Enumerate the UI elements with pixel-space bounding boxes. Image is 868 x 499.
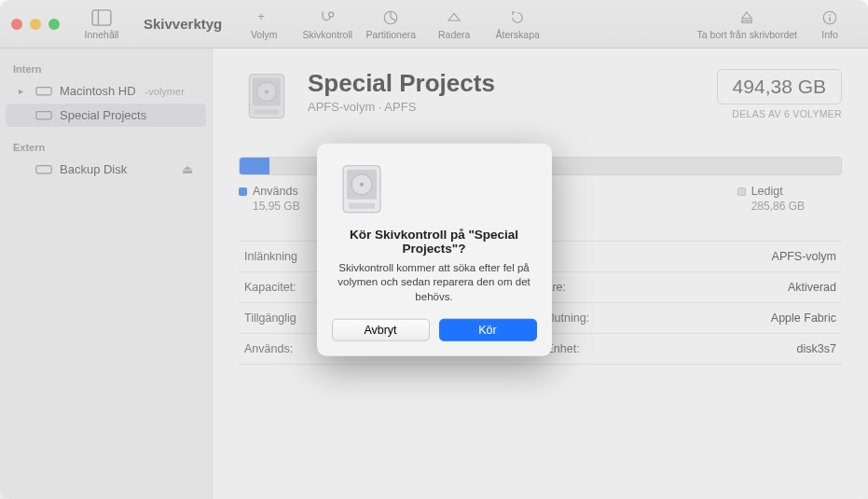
svg-point-15 <box>265 90 269 94</box>
sidebar-header-internal: Intern <box>0 58 212 78</box>
eject-icon <box>737 8 757 27</box>
detail-key: Kapacitet: <box>244 281 296 294</box>
svg-rect-11 <box>36 166 51 173</box>
stethoscope-icon <box>317 8 338 27</box>
info-label: Info <box>821 29 838 40</box>
detail-key: slutning: <box>546 312 590 325</box>
firstaid-button[interactable]: Skivkontroll <box>300 8 354 40</box>
chevron-right-icon: ▸ <box>19 86 28 96</box>
disk-utility-window: Innehåll Skivverktyg + Volym Skivkontrol… <box>0 0 868 499</box>
info-button[interactable]: Info <box>803 8 857 40</box>
sidebar-item-label: Special Projects <box>60 108 146 122</box>
partition-button[interactable]: Partitionera <box>364 8 418 40</box>
svg-rect-9 <box>36 88 51 95</box>
used-value: 15,95 GB <box>253 200 300 213</box>
svg-rect-16 <box>255 109 279 115</box>
info-icon <box>820 8 840 27</box>
close-icon[interactable] <box>11 19 22 30</box>
detail-key: Inlänkning <box>244 250 297 263</box>
volume-name: Special Projects <box>308 69 495 98</box>
sidebar-item-backup-disk[interactable]: Backup Disk ⏏ <box>6 158 206 181</box>
shared-label: DELAS AV 6 VOLYMER <box>717 108 842 119</box>
restore-icon <box>507 8 528 27</box>
minimize-icon[interactable] <box>30 19 41 30</box>
sidebar-toggle-label: Innehåll <box>85 29 119 40</box>
sidebar-toggle-button[interactable]: Innehåll <box>75 8 129 40</box>
detail-value: disk3s7 <box>797 342 836 355</box>
erase-label: Radera <box>438 29 470 40</box>
detail-key: Används: <box>244 342 293 355</box>
detail-value: Aktiverad <box>788 281 836 294</box>
svg-point-7 <box>829 14 831 16</box>
sidebar-header-external: Extern <box>0 136 212 157</box>
eject-icon[interactable]: ⏏ <box>182 162 193 176</box>
svg-rect-21 <box>349 202 375 208</box>
dialog-title: Kör Skivkontroll på "Special Projects"? <box>332 227 537 255</box>
dialog-body: Skivkontroll kommer att söka efter fel p… <box>332 260 537 304</box>
app-title: Skivverktyg <box>144 16 222 32</box>
zoom-icon[interactable] <box>48 19 60 30</box>
volume-subtitle: APFS-volym · APFS <box>308 100 495 114</box>
free-value: 285,86 GB <box>751 200 805 213</box>
detail-key: Tillgänglig <box>244 312 296 325</box>
used-swatch-icon <box>239 187 247 196</box>
disk-icon <box>332 159 537 219</box>
svg-rect-8 <box>829 17 831 21</box>
sidebar-item-macintosh-hd[interactable]: ▸ Macintosh HD-volymer <box>6 79 206 103</box>
svg-rect-5 <box>742 21 752 22</box>
unmount-label: Ta bort från skrivbordet <box>697 29 797 40</box>
window-controls <box>11 19 60 30</box>
sidebar-item-label: Macintosh HD <box>60 84 136 98</box>
sidebar-item-label: Backup Disk <box>60 162 127 176</box>
volume-icon <box>35 109 52 122</box>
restore-button[interactable]: Återskapa <box>490 8 544 40</box>
used-label: Används <box>253 185 298 198</box>
titlebar: Innehåll Skivverktyg + Volym Skivkontrol… <box>0 0 868 49</box>
volume-icon <box>35 85 52 98</box>
partition-label: Partitionera <box>365 29 416 40</box>
plus-minus-icon: + <box>254 8 274 27</box>
run-button[interactable]: Kör <box>439 319 537 341</box>
svg-rect-0 <box>92 9 111 24</box>
svg-point-3 <box>329 12 334 17</box>
disk-icon <box>239 69 295 125</box>
sidebar: Intern ▸ Macintosh HD-volymer Special Pr… <box>0 49 213 499</box>
free-swatch-icon <box>737 187 746 196</box>
cancel-button[interactable]: Avbryt <box>332 319 430 341</box>
capacity-box: 494,38 GB <box>717 69 842 104</box>
detail-value: Apple Fabric <box>771 312 836 325</box>
external-disk-icon <box>35 163 52 176</box>
volume-header: Special Projects APFS-volym · APFS 494,3… <box>239 69 842 125</box>
firstaid-label: Skivkontroll <box>302 29 352 40</box>
sidebar-item-special-projects[interactable]: Special Projects <box>6 104 206 127</box>
sidebar-item-suffix: -volymer <box>145 86 185 97</box>
free-label: Ledigt <box>751 185 783 198</box>
erase-icon <box>444 8 464 27</box>
restore-label: Återskapa <box>496 29 540 40</box>
detail-value: APFS-volym <box>772 250 836 263</box>
svg-text:+: + <box>258 9 266 23</box>
sidebar-icon <box>91 8 112 27</box>
svg-rect-10 <box>36 112 51 119</box>
firstaid-dialog: Kör Skivkontroll på "Special Projects"? … <box>317 143 552 356</box>
volume-button[interactable]: + Volym <box>237 8 291 40</box>
svg-point-20 <box>360 182 364 186</box>
unmount-button[interactable]: Ta bort från skrivbordet <box>697 8 797 40</box>
pie-icon <box>380 8 401 27</box>
volume-label: Volym <box>251 29 278 40</box>
usage-bar-used <box>240 158 269 174</box>
erase-button[interactable]: Radera <box>427 8 481 40</box>
